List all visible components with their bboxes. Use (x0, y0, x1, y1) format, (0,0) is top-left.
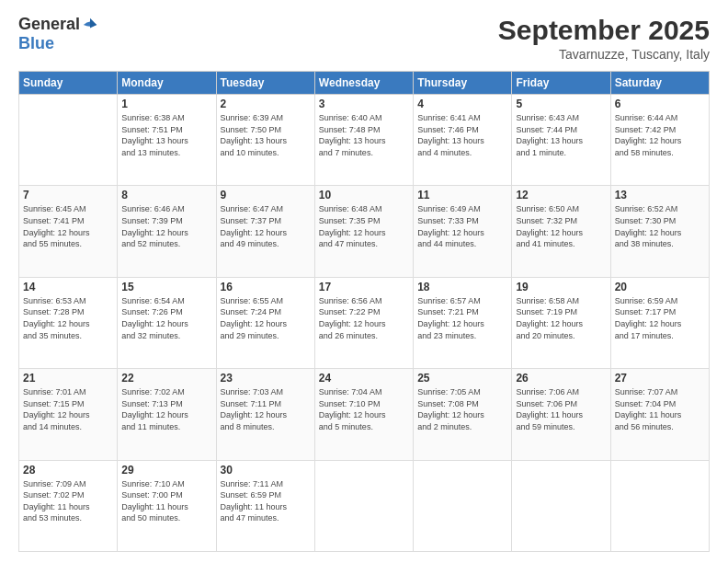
cell-info: Sunrise: 7:07 AMSunset: 7:04 PMDaylight:… (615, 386, 705, 432)
logo-general: General (18, 15, 80, 34)
day-number: 21 (23, 372, 113, 385)
cell-info: Sunrise: 7:09 AMSunset: 7:02 PMDaylight:… (23, 478, 113, 524)
day-number: 23 (221, 372, 311, 385)
table-row: 16Sunrise: 6:55 AMSunset: 7:24 PMDayligh… (216, 277, 314, 368)
table-row: 9Sunrise: 6:47 AMSunset: 7:37 PMDaylight… (216, 186, 314, 277)
day-number: 25 (417, 372, 507, 385)
col-sunday: Sunday (19, 72, 118, 95)
cell-info: Sunrise: 6:47 AMSunset: 7:37 PMDaylight:… (221, 203, 311, 249)
table-row: 10Sunrise: 6:48 AMSunset: 7:35 PMDayligh… (314, 186, 413, 277)
table-row: 29Sunrise: 7:10 AMSunset: 7:00 PMDayligh… (118, 460, 216, 551)
cell-info: Sunrise: 6:54 AMSunset: 7:26 PMDaylight:… (121, 295, 211, 341)
day-number: 28 (23, 464, 113, 477)
table-row: 14Sunrise: 6:53 AMSunset: 7:28 PMDayligh… (19, 277, 118, 368)
day-number: 27 (615, 372, 705, 385)
day-number: 10 (319, 189, 409, 201)
cell-info: Sunrise: 6:39 AMSunset: 7:50 PMDaylight:… (221, 112, 311, 158)
cell-info: Sunrise: 6:45 AMSunset: 7:41 PMDaylight:… (23, 203, 113, 249)
table-row (19, 95, 118, 186)
day-number: 13 (615, 189, 705, 201)
logo-icon (82, 17, 98, 33)
cell-info: Sunrise: 6:55 AMSunset: 7:24 PMDaylight:… (221, 295, 311, 341)
day-number: 8 (121, 189, 211, 201)
cell-info: Sunrise: 7:06 AMSunset: 7:06 PMDaylight:… (516, 386, 606, 432)
table-row (414, 460, 512, 551)
day-number: 11 (417, 189, 507, 201)
cell-info: Sunrise: 6:44 AMSunset: 7:42 PMDaylight:… (615, 112, 705, 158)
table-row: 12Sunrise: 6:50 AMSunset: 7:32 PMDayligh… (512, 186, 610, 277)
week-row-5: 28Sunrise: 7:09 AMSunset: 7:02 PMDayligh… (19, 460, 710, 551)
day-number: 22 (121, 372, 211, 385)
header-row: Sunday Monday Tuesday Wednesday Thursday… (19, 72, 710, 95)
col-friday: Friday (512, 72, 610, 95)
table-row (512, 460, 610, 551)
table-row: 6Sunrise: 6:44 AMSunset: 7:42 PMDaylight… (610, 95, 709, 186)
table-row: 27Sunrise: 7:07 AMSunset: 7:04 PMDayligh… (610, 369, 709, 460)
table-row: 15Sunrise: 6:54 AMSunset: 7:26 PMDayligh… (118, 277, 216, 368)
table-row: 19Sunrise: 6:58 AMSunset: 7:19 PMDayligh… (512, 277, 610, 368)
cell-info: Sunrise: 7:04 AMSunset: 7:10 PMDaylight:… (319, 386, 409, 432)
day-number: 4 (417, 98, 507, 110)
day-number: 9 (221, 189, 311, 201)
cell-info: Sunrise: 6:58 AMSunset: 7:19 PMDaylight:… (516, 295, 606, 341)
day-number: 3 (319, 98, 409, 110)
table-row: 7Sunrise: 6:45 AMSunset: 7:41 PMDaylight… (19, 186, 118, 277)
table-row: 4Sunrise: 6:41 AMSunset: 7:46 PMDaylight… (414, 95, 512, 186)
cell-info: Sunrise: 7:05 AMSunset: 7:08 PMDaylight:… (417, 386, 507, 432)
cell-info: Sunrise: 7:02 AMSunset: 7:13 PMDaylight:… (121, 386, 211, 432)
col-tuesday: Tuesday (216, 72, 314, 95)
header: General Blue September 2025 Tavarnuzze, … (18, 15, 710, 62)
table-row: 1Sunrise: 6:38 AMSunset: 7:51 PMDaylight… (118, 95, 216, 186)
day-number: 7 (23, 189, 113, 201)
cell-info: Sunrise: 6:53 AMSunset: 7:28 PMDaylight:… (23, 295, 113, 341)
page: General Blue September 2025 Tavarnuzze, … (0, 0, 728, 563)
table-row: 30Sunrise: 7:11 AMSunset: 6:59 PMDayligh… (216, 460, 314, 551)
day-number: 20 (615, 281, 705, 293)
table-row: 25Sunrise: 7:05 AMSunset: 7:08 PMDayligh… (414, 369, 512, 460)
table-row: 17Sunrise: 6:56 AMSunset: 7:22 PMDayligh… (314, 277, 413, 368)
table-row: 28Sunrise: 7:09 AMSunset: 7:02 PMDayligh… (19, 460, 118, 551)
day-number: 2 (221, 98, 311, 110)
cell-info: Sunrise: 6:56 AMSunset: 7:22 PMDaylight:… (319, 295, 409, 341)
cell-info: Sunrise: 6:52 AMSunset: 7:30 PMDaylight:… (615, 203, 705, 249)
cell-info: Sunrise: 7:01 AMSunset: 7:15 PMDaylight:… (23, 386, 113, 432)
day-number: 24 (319, 372, 409, 385)
table-row: 22Sunrise: 7:02 AMSunset: 7:13 PMDayligh… (118, 369, 216, 460)
day-number: 26 (516, 372, 606, 385)
week-row-2: 7Sunrise: 6:45 AMSunset: 7:41 PMDaylight… (19, 186, 710, 277)
col-saturday: Saturday (610, 72, 709, 95)
cell-info: Sunrise: 6:57 AMSunset: 7:21 PMDaylight:… (417, 295, 507, 341)
table-row: 8Sunrise: 6:46 AMSunset: 7:39 PMDaylight… (118, 186, 216, 277)
table-row: 21Sunrise: 7:01 AMSunset: 7:15 PMDayligh… (19, 369, 118, 460)
table-row: 5Sunrise: 6:43 AMSunset: 7:44 PMDaylight… (512, 95, 610, 186)
day-number: 12 (516, 189, 606, 201)
cell-info: Sunrise: 6:48 AMSunset: 7:35 PMDaylight:… (319, 203, 409, 249)
calendar: Sunday Monday Tuesday Wednesday Thursday… (18, 71, 710, 552)
cell-info: Sunrise: 7:03 AMSunset: 7:11 PMDaylight:… (221, 386, 311, 432)
day-number: 17 (319, 281, 409, 293)
day-number: 15 (121, 281, 211, 293)
cell-info: Sunrise: 6:43 AMSunset: 7:44 PMDaylight:… (516, 112, 606, 158)
day-number: 18 (417, 281, 507, 293)
week-row-4: 21Sunrise: 7:01 AMSunset: 7:15 PMDayligh… (19, 369, 710, 460)
table-row: 11Sunrise: 6:49 AMSunset: 7:33 PMDayligh… (414, 186, 512, 277)
cell-info: Sunrise: 6:50 AMSunset: 7:32 PMDaylight:… (516, 203, 606, 249)
col-wednesday: Wednesday (314, 72, 413, 95)
cell-info: Sunrise: 7:10 AMSunset: 7:00 PMDaylight:… (121, 478, 211, 524)
day-number: 30 (221, 464, 311, 477)
week-row-3: 14Sunrise: 6:53 AMSunset: 7:28 PMDayligh… (19, 277, 710, 368)
col-monday: Monday (118, 72, 216, 95)
cell-info: Sunrise: 7:11 AMSunset: 6:59 PMDaylight:… (221, 478, 311, 524)
logo: General Blue (18, 15, 98, 53)
cell-info: Sunrise: 6:49 AMSunset: 7:33 PMDaylight:… (417, 203, 507, 249)
day-number: 29 (121, 464, 211, 477)
location-title: Tavarnuzze, Tuscany, Italy (498, 47, 710, 62)
logo-blue: Blue (18, 34, 54, 52)
day-number: 14 (23, 281, 113, 293)
table-row: 20Sunrise: 6:59 AMSunset: 7:17 PMDayligh… (610, 277, 709, 368)
cell-info: Sunrise: 6:59 AMSunset: 7:17 PMDaylight:… (615, 295, 705, 341)
table-row: 3Sunrise: 6:40 AMSunset: 7:48 PMDaylight… (314, 95, 413, 186)
cell-info: Sunrise: 6:46 AMSunset: 7:39 PMDaylight:… (121, 203, 211, 249)
cell-info: Sunrise: 6:40 AMSunset: 7:48 PMDaylight:… (319, 112, 409, 158)
title-block: September 2025 Tavarnuzze, Tuscany, Ital… (498, 15, 710, 62)
